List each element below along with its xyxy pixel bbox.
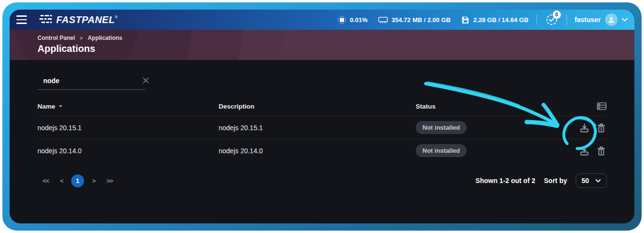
current-page-button[interactable]: 1 (71, 174, 84, 187)
next-page-button[interactable]: > (87, 177, 100, 184)
pagination-controls: << < 1 > >> (39, 174, 116, 187)
cpu-stat: 0.01% (338, 16, 368, 24)
table-row[interactable]: nodejs 20.14.0 nodejs 20.14.0 Not instal… (37, 139, 607, 162)
clear-search-icon[interactable] (142, 77, 149, 84)
avatar (605, 13, 618, 26)
shown-count-label: Shown 1-2 out of 2 (475, 177, 535, 184)
app-name: nodejs 20.15.1 (37, 124, 219, 132)
cpu-value: 0.01% (350, 16, 368, 24)
column-header-name[interactable]: Name (37, 103, 219, 110)
notification-badge: 0 (553, 11, 561, 19)
delete-button[interactable] (596, 146, 607, 156)
topbar-divider (567, 14, 567, 25)
download-icon (579, 146, 590, 156)
chevron-down-icon[interactable] (622, 18, 628, 22)
app-description: nodejs 20.14.0 (219, 147, 416, 155)
prev-page-button[interactable]: < (55, 177, 68, 184)
search-box (37, 74, 145, 90)
username: fastuser (575, 16, 601, 24)
logo-text: FASTPANEL (56, 14, 115, 25)
app-description: nodejs 20.15.1 (219, 124, 416, 132)
topbar-divider (536, 14, 537, 25)
column-header-description: Description (219, 103, 416, 110)
pagination-info: Shown 1-2 out of 2 Sort by 50 (475, 173, 607, 188)
status-badge: Not installed (416, 144, 467, 157)
search-input[interactable] (43, 77, 137, 85)
user-menu[interactable]: fastuser (575, 13, 628, 26)
column-settings-button[interactable] (597, 102, 607, 110)
delete-button[interactable] (596, 123, 607, 133)
menu-icon[interactable] (14, 12, 29, 27)
ram-stat: 354.72 MB / 2.00 GB (378, 16, 451, 24)
last-page-button[interactable]: >> (103, 177, 116, 184)
trash-icon (596, 123, 607, 133)
ram-icon (378, 16, 388, 24)
install-button[interactable] (579, 146, 590, 156)
install-button[interactable] (579, 123, 590, 133)
table-columns-icon (597, 102, 607, 110)
column-header-status: Status (416, 103, 568, 110)
disk-icon (461, 16, 470, 24)
topbar: FASTPANEL ® 0.01% (10, 10, 634, 30)
page-title: Applications (37, 43, 634, 54)
breadcrumb-applications[interactable]: Applications (87, 35, 122, 41)
ram-value: 354.72 MB / 2.00 GB (392, 16, 451, 24)
page-header-band: Control Panel > Applications Application… (10, 30, 634, 60)
logo-registered-mark: ® (115, 15, 118, 19)
page-size-select[interactable]: 50 (576, 173, 607, 188)
table-row[interactable]: nodejs 20.15.1 nodejs 20.15.1 Not instal… (37, 116, 607, 139)
table-header: Name Description Status (37, 97, 607, 116)
sort-caret-icon (59, 105, 62, 108)
disk-value: 2.28 GB / 14.64 GB (473, 16, 529, 24)
breadcrumb: Control Panel > Applications (37, 35, 634, 41)
page-size-value: 50 (582, 177, 589, 184)
fastpanel-window: FASTPANEL ® 0.01% (10, 10, 634, 223)
main-content: Name Description Status nodejs 20.15.1 n… (10, 74, 634, 188)
sort-by-label: Sort by (544, 177, 567, 184)
status-badge: Not installed (416, 121, 467, 134)
trash-icon (596, 146, 607, 156)
person-icon (608, 16, 615, 23)
app-name: nodejs 20.14.0 (37, 147, 219, 155)
download-icon (579, 123, 590, 133)
fastpanel-logo: FASTPANEL ® (39, 14, 118, 25)
first-page-button[interactable]: << (39, 177, 52, 184)
topbar-right: 0.01% 354.72 MB / 2.00 GB 2. (327, 12, 628, 27)
disk-stat: 2.28 GB / 14.64 GB (461, 16, 529, 24)
notifications-button[interactable]: 0 (545, 12, 559, 27)
pagination-bar: << < 1 > >> Shown 1-2 out of 2 Sort by 5… (37, 173, 607, 188)
breadcrumb-separator: > (80, 35, 83, 41)
breadcrumb-control-panel[interactable]: Control Panel (37, 35, 75, 41)
cpu-icon (338, 16, 346, 24)
speed-lines-icon (39, 14, 53, 25)
chevron-down-icon (595, 179, 601, 183)
